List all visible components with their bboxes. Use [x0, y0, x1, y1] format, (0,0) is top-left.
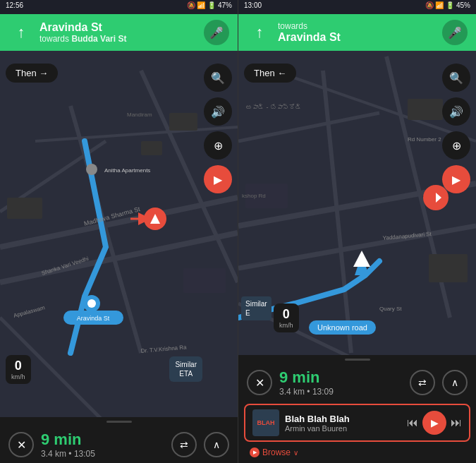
status-icons-right: 🔕 📶 🔋 45%: [425, 1, 470, 13]
browse-btn[interactable]: ▶ Browse ∨: [238, 446, 476, 463]
svg-text:kshop Rd: kshop Rd: [242, 193, 266, 199]
routes-btn-left[interactable]: ⇄: [171, 432, 197, 457]
browse-chevron: ∨: [293, 449, 298, 457]
eta-info-right: 9 min 3.4 km • 13:09: [279, 368, 403, 397]
svg-rect-41: [408, 99, 443, 120]
mic-btn-right[interactable]: 🎤: [442, 20, 468, 45]
status-icons-left: 🔕 📶 🔋 47%: [187, 1, 232, 13]
next-btn[interactable]: ⏭: [451, 416, 462, 429]
eta-details-right: 3.4 km • 13:09: [279, 387, 403, 397]
then-btn-left[interactable]: Then →: [6, 64, 58, 83]
svg-rect-25: [183, 268, 226, 293]
then-btn-right[interactable]: Then ←: [244, 64, 296, 83]
similar-eta-badge-left: SimilarETA: [169, 356, 202, 382]
record-btn-right[interactable]: ▶: [442, 165, 470, 193]
nav-street-left: Aravinda St: [39, 21, 198, 34]
browse-label: Browse: [262, 447, 291, 457]
eta-time-right: 9 min: [279, 368, 403, 387]
status-bar-right: 13:00 🔕 📶 🔋 45%: [238, 0, 476, 14]
svg-point-13: [87, 299, 96, 308]
svg-text:Rd Number 2: Rd Number 2: [408, 136, 441, 143]
music-controls: ⏮ ▶ ⏭: [407, 411, 462, 435]
nav-text-left: Aravinda St towards Budda Vari St: [39, 21, 198, 44]
time-right: 13:00: [244, 1, 262, 13]
speed-unit-right: km/h: [279, 322, 293, 329]
volume-btn-left[interactable]: 🔊: [204, 97, 232, 126]
nav-street-right: Aravinda St: [278, 31, 437, 44]
music-bar[interactable]: BLAH Blah Blah Blah Armin van Buuren ⏮ ▶…: [244, 404, 470, 442]
svg-text:Anitha Apartments: Anitha Apartments: [104, 167, 150, 174]
eta-time-left: 9 min: [41, 431, 164, 449]
handle-bar-right: [345, 359, 370, 361]
handle-bar-left: [106, 421, 132, 423]
eta-details-left: 3.4 km • 13:05: [41, 449, 164, 459]
nav-text-right: towards Aravinda St: [278, 21, 437, 44]
music-info: Blah Blah Blah Armin van Buuren: [285, 414, 401, 433]
expand-btn-right[interactable]: ∧: [442, 370, 468, 395]
layers-btn-left[interactable]: ⊕: [204, 131, 232, 160]
svg-text:Aravinda St: Aravinda St: [77, 315, 110, 322]
svg-rect-24: [7, 198, 42, 219]
right-buttons-left: 🔍 🔊 ⊕ ▶: [204, 64, 232, 193]
similar-e-badge-right: SimilarE: [241, 296, 271, 320]
svg-rect-43: [429, 254, 468, 282]
up-arrow-left: ↑: [8, 20, 34, 45]
nav-bar-right: ↑ towards Aravinda St 🎤: [238, 14, 476, 51]
screen-left: 12:56 🔕 📶 🔋 47% Madhava Sharma St Shanka…: [0, 0, 238, 463]
expand-btn-left[interactable]: ∧: [204, 432, 229, 457]
speed-unit-left: km/h: [11, 373, 25, 380]
svg-rect-23: [141, 141, 162, 155]
volume-btn-right[interactable]: 🔊: [442, 97, 470, 126]
album-art: BLAH: [252, 409, 279, 436]
nav-bar-left: ↑ Aravinda St towards Budda Vari St 🎤: [0, 14, 238, 51]
speed-value-right: 0: [279, 307, 293, 322]
nav-towards-left: towards Budda Vari St: [39, 34, 198, 44]
svg-text:Quary St: Quary St: [379, 306, 402, 312]
svg-rect-22: [169, 113, 197, 131]
bottom-bar-left: ✕ 9 min 3.4 km • 13:05 ⇄ ∧: [0, 417, 238, 463]
record-btn-left[interactable]: ▶: [204, 165, 232, 193]
time-left: 12:56: [6, 1, 23, 13]
svg-text:అపాడ్ - బేపాస్ రోడ్: అపాడ్ - బేపాస్ రోడ్: [245, 104, 303, 111]
mic-btn-left[interactable]: 🎤: [204, 20, 229, 45]
right-buttons-right: 🔍 🔊 ⊕ ▶: [442, 64, 470, 193]
svg-point-16: [86, 164, 97, 175]
play-btn[interactable]: ▶: [422, 411, 446, 435]
speed-indicator-left: 0 km/h: [6, 355, 31, 384]
search-btn-right[interactable]: 🔍: [442, 64, 470, 92]
unknown-road-badge: Unknown road: [309, 320, 376, 335]
music-title: Blah Blah Blah: [285, 414, 401, 424]
music-artist: Armin van Buuren: [285, 424, 401, 433]
prev-btn[interactable]: ⏮: [407, 416, 418, 429]
svg-text:Mandiram: Mandiram: [127, 112, 152, 118]
browse-icon: ▶: [250, 447, 260, 457]
layers-btn-right[interactable]: ⊕: [442, 131, 470, 160]
close-btn-left[interactable]: ✕: [8, 432, 34, 457]
status-bar-left: 12:56 🔕 📶 🔋 47%: [0, 0, 238, 14]
search-btn-left[interactable]: 🔍: [204, 64, 232, 92]
speed-value-left: 0: [11, 359, 25, 373]
screen-right: 13:00 🔕 📶 🔋 45% Rd Number 2 Yaddanapudiv…: [238, 0, 476, 463]
speed-indicator-right: 0 km/h: [274, 303, 299, 332]
nav-towards-right: towards: [278, 21, 437, 31]
bottom-bar-right: ✕ 9 min 3.4 km • 13:09 ⇄ ∧ BLAH Blah Bla…: [238, 355, 476, 463]
up-arrow-right: ↑: [247, 20, 272, 45]
close-btn-right[interactable]: ✕: [247, 370, 272, 395]
eta-info-left: 9 min 3.4 km • 13:05: [41, 431, 164, 459]
routes-btn-right[interactable]: ⇄: [410, 370, 435, 395]
